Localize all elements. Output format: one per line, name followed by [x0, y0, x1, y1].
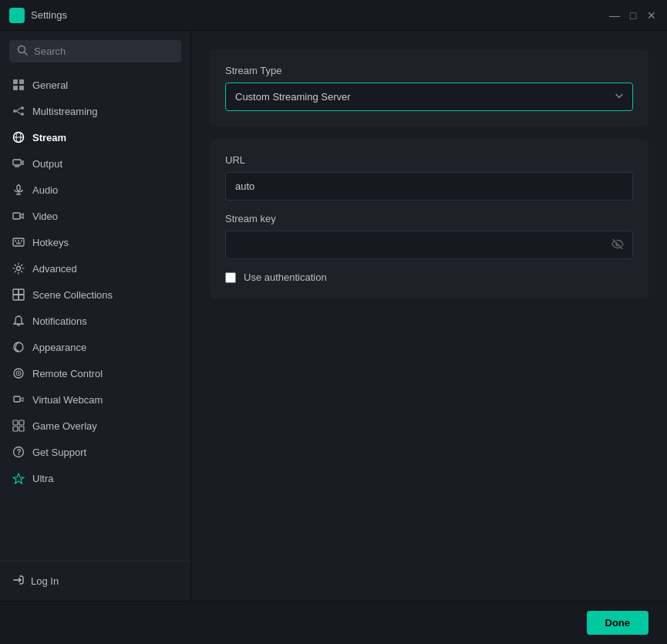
- sidebar-item-get-support[interactable]: ? Get Support: [0, 439, 190, 465]
- titlebar-left: Settings: [9, 8, 67, 23]
- minimize-button[interactable]: —: [608, 9, 621, 22]
- svg-line-13: [16, 108, 21, 111]
- sidebar-item-label-virtual-webcam: Virtual Webcam: [32, 394, 103, 406]
- svg-rect-35: [13, 295, 19, 300]
- stream-key-field-group: Stream key: [225, 213, 633, 259]
- sidebar-item-label-output: Output: [32, 158, 62, 170]
- use-auth-label[interactable]: Use authentication: [244, 271, 327, 283]
- svg-rect-27: [13, 238, 24, 246]
- svg-rect-1: [18, 11, 22, 15]
- settings-window: Settings — □ ✕: [0, 0, 667, 644]
- use-auth-checkbox[interactable]: [225, 272, 236, 283]
- sidebar-item-hotkeys[interactable]: Hotkeys: [0, 229, 190, 255]
- svg-rect-44: [13, 427, 18, 431]
- stream-type-card: Stream Type Custom Streaming Server Twit…: [210, 49, 648, 126]
- sidebar-item-game-overlay[interactable]: Game Overlay: [0, 413, 190, 439]
- sidebar-item-label-general: General: [32, 79, 68, 91]
- close-button[interactable]: ✕: [645, 9, 658, 22]
- sidebar-item-output[interactable]: Output: [0, 150, 190, 177]
- sidebar-item-audio[interactable]: Audio: [0, 177, 190, 203]
- sidebar-item-label-game-overlay: Game Overlay: [32, 420, 97, 432]
- maximize-button[interactable]: □: [627, 9, 639, 22]
- svg-rect-3: [18, 16, 22, 20]
- search-wrapper[interactable]: [9, 40, 181, 62]
- svg-rect-26: [13, 213, 20, 219]
- scene-icon: [12, 288, 25, 301]
- svg-point-11: [21, 106, 24, 110]
- url-input[interactable]: [225, 172, 633, 201]
- sidebar-item-notifications[interactable]: Notifications: [0, 308, 190, 334]
- svg-point-12: [21, 113, 24, 116]
- sidebar-item-general[interactable]: General: [0, 72, 190, 98]
- url-label: URL: [225, 154, 633, 166]
- content-area: Stream Type Custom Streaming Server Twit…: [191, 31, 667, 601]
- use-auth-row: Use authentication: [225, 271, 633, 283]
- svg-rect-18: [13, 160, 21, 165]
- svg-rect-6: [13, 79, 18, 84]
- login-button[interactable]: Log In: [12, 571, 59, 592]
- sidebar-item-advanced[interactable]: Advanced: [0, 255, 190, 282]
- grid-icon: [12, 79, 25, 91]
- search-input[interactable]: [34, 46, 173, 57]
- stream-key-label: Stream key: [225, 213, 633, 224]
- svg-rect-29: [18, 241, 19, 242]
- stream-type-field: Stream Type Custom Streaming Server Twit…: [225, 65, 633, 111]
- sidebar-item-scene-collections[interactable]: Scene Collections: [0, 282, 190, 308]
- bell-icon: [12, 315, 25, 327]
- done-button[interactable]: Done: [587, 611, 649, 635]
- sidebar-item-label-notifications: Notifications: [32, 315, 87, 327]
- sidebar-item-label-appearance: Appearance: [32, 342, 86, 353]
- svg-rect-7: [19, 79, 24, 84]
- stream-key-input[interactable]: [225, 231, 633, 259]
- svg-rect-43: [19, 420, 24, 425]
- audio-icon: [12, 184, 25, 196]
- app-icon: [9, 8, 25, 23]
- sidebar-item-remote-control[interactable]: Remote Control: [0, 360, 190, 386]
- search-container: [0, 31, 190, 69]
- sidebar-item-multistreaming[interactable]: Multistreaming: [0, 98, 190, 124]
- globe-icon: [12, 131, 25, 143]
- login-icon: [12, 574, 25, 588]
- stream-key-wrapper: [225, 231, 633, 259]
- sidebar-item-label-advanced: Advanced: [32, 263, 77, 275]
- sidebar-item-virtual-webcam[interactable]: Virtual Webcam: [0, 386, 190, 413]
- stream-type-dropdown-wrapper: Custom Streaming Server Twitch YouTube F…: [225, 83, 633, 111]
- sidebar-item-label-hotkeys: Hotkeys: [32, 237, 69, 248]
- eye-slash-icon: [611, 238, 624, 252]
- bottom-bar: Done: [0, 601, 667, 644]
- multistream-icon: [12, 105, 25, 117]
- svg-rect-41: [14, 396, 20, 402]
- svg-point-10: [13, 110, 16, 113]
- remote-icon: [12, 367, 25, 379]
- advanced-icon: [12, 262, 25, 275]
- svg-rect-34: [19, 289, 24, 295]
- webcam-icon: [12, 393, 25, 406]
- sidebar-item-label-scene-collections: Scene Collections: [32, 289, 113, 301]
- svg-point-32: [17, 267, 21, 271]
- video-icon: [12, 210, 25, 222]
- svg-rect-2: [12, 16, 16, 20]
- svg-rect-23: [17, 185, 20, 191]
- password-toggle-button[interactable]: [610, 236, 625, 254]
- sidebar-item-label-multistreaming: Multistreaming: [32, 106, 98, 117]
- sidebar-item-appearance[interactable]: Appearance: [0, 334, 190, 360]
- overlay-icon: [12, 420, 25, 432]
- svg-rect-28: [15, 241, 16, 242]
- svg-text:?: ?: [17, 448, 22, 457]
- sidebar-item-label-video: Video: [32, 211, 58, 222]
- sidebar-item-label-remote-control: Remote Control: [32, 368, 103, 379]
- titlebar: Settings — □ ✕: [0, 0, 667, 31]
- svg-rect-9: [19, 86, 24, 90]
- ultra-icon: [12, 472, 25, 484]
- svg-rect-19: [15, 166, 19, 167]
- sidebar-item-video[interactable]: Video: [0, 203, 190, 229]
- stream-type-label: Stream Type: [225, 65, 633, 76]
- svg-rect-36: [19, 295, 24, 300]
- sidebar-item-ultra[interactable]: Ultra: [0, 465, 190, 491]
- sidebar-item-label-audio: Audio: [32, 184, 58, 196]
- stream-type-select[interactable]: Custom Streaming Server Twitch YouTube F…: [225, 83, 633, 111]
- login-label: Log In: [31, 575, 59, 587]
- main-content: General Multistreaming: [0, 31, 667, 601]
- sidebar-item-label-ultra: Ultra: [32, 473, 53, 484]
- sidebar-item-stream[interactable]: Stream: [0, 124, 190, 150]
